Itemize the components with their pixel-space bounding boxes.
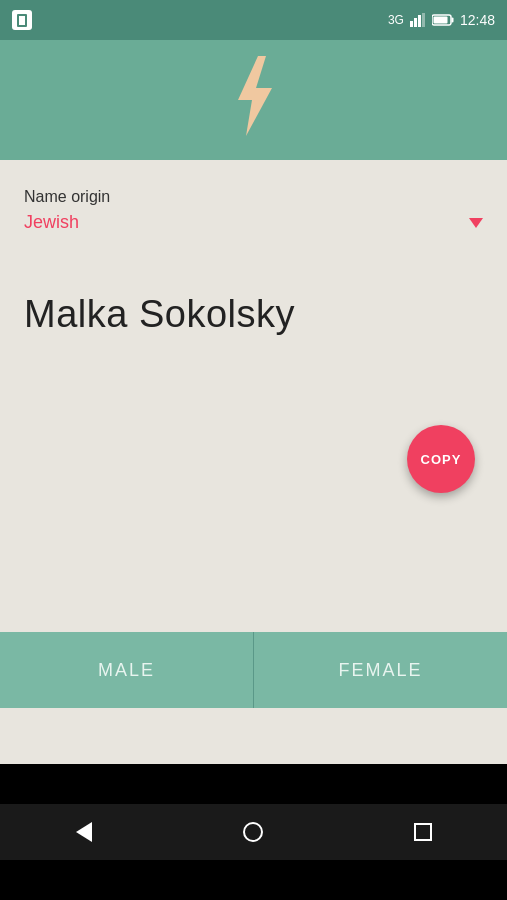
name-origin-label: Name origin — [24, 188, 483, 206]
copy-button[interactable]: COPY — [407, 425, 475, 493]
svg-rect-0 — [410, 21, 413, 27]
battery-icon — [432, 14, 454, 26]
main-area: Name origin Jewish Malka Sokolsky COPY M… — [0, 160, 507, 764]
app-bar — [0, 40, 507, 160]
status-bar: 3G 12:48 — [0, 0, 507, 40]
female-button[interactable]: FEMALE — [254, 632, 507, 708]
phone-icon — [12, 10, 32, 30]
status-bar-left — [12, 10, 32, 30]
dropdown-arrow-icon — [469, 215, 483, 231]
back-button[interactable] — [76, 822, 92, 842]
generated-name: Malka Sokolsky — [24, 293, 483, 336]
svg-rect-6 — [433, 17, 447, 24]
home-button[interactable] — [243, 822, 263, 842]
lightning-icon — [228, 56, 280, 145]
name-origin-value: Jewish — [24, 212, 79, 233]
male-button[interactable]: MALE — [0, 632, 254, 708]
status-bar-right: 3G 12:48 — [388, 12, 495, 28]
signal-icon — [410, 13, 426, 27]
status-time: 12:48 — [460, 12, 495, 28]
name-origin-section: Name origin Jewish — [0, 160, 507, 253]
svg-rect-2 — [418, 15, 421, 27]
name-origin-dropdown[interactable]: Jewish — [24, 212, 483, 237]
gender-buttons-container: MALE FEMALE — [0, 632, 507, 708]
nav-bar — [0, 804, 507, 860]
svg-rect-3 — [422, 13, 425, 27]
network-indicator: 3G — [388, 13, 404, 27]
svg-marker-7 — [238, 56, 272, 136]
svg-rect-5 — [451, 18, 453, 23]
recents-button[interactable] — [414, 823, 432, 841]
name-display-area: Malka Sokolsky COPY — [0, 253, 507, 513]
svg-rect-1 — [414, 18, 417, 27]
svg-marker-8 — [469, 218, 483, 228]
